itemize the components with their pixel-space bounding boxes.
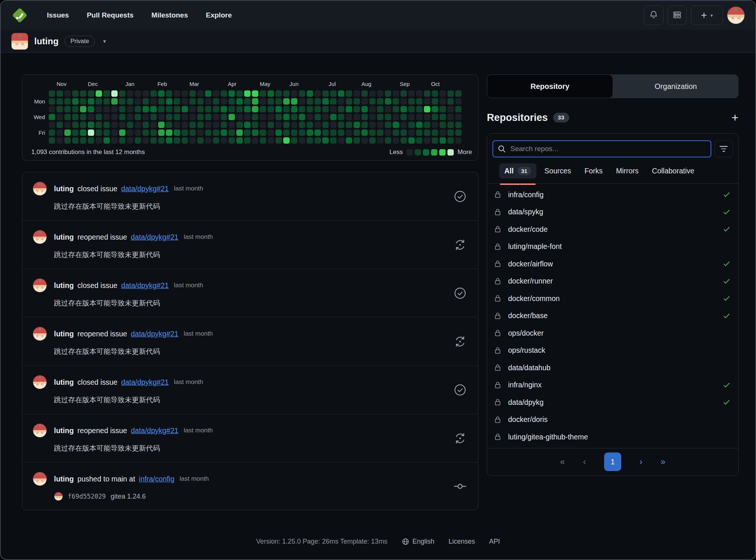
profile-dropdown-caret[interactable]: ▾ (103, 38, 106, 45)
feed-actor-avatar[interactable] (33, 375, 47, 389)
notifications-button[interactable] (644, 6, 663, 25)
heatmap-cell (346, 122, 352, 128)
repo-row[interactable]: docker/airflow (487, 255, 738, 273)
heatmap-cell (432, 106, 438, 112)
feed-actor-avatar[interactable] (33, 278, 47, 292)
pagination-first[interactable]: « (560, 457, 565, 467)
repo-row[interactable]: docker/code (487, 221, 738, 238)
repo-name[interactable]: data/spykg (508, 208, 543, 216)
profile-avatar[interactable] (11, 33, 28, 50)
repo-name[interactable]: docker/common (508, 294, 560, 303)
repo-name[interactable]: docker/airflow (508, 260, 553, 268)
feed-actor[interactable]: luting (54, 233, 74, 241)
feed-actor[interactable]: luting (54, 475, 74, 483)
repo-row[interactable]: docker/base (487, 307, 738, 325)
feed-actor-avatar[interactable] (33, 182, 47, 196)
repo-row[interactable]: data/datahub (487, 359, 738, 377)
repo-row[interactable]: infra/nginx (487, 377, 738, 394)
feed-repo-link[interactable]: data/dpykg#21 (121, 185, 169, 193)
licenses-link[interactable]: Licenses (449, 538, 475, 545)
admin-panel-icon (672, 10, 682, 21)
repo-row[interactable]: luting/maple-font (487, 238, 738, 256)
repo-row[interactable]: luting/gitea-github-theme (487, 428, 738, 446)
filter-tab-mirrors[interactable]: Mirrors (611, 163, 644, 179)
pagination-last[interactable]: » (661, 457, 666, 467)
feed-repo-link[interactable]: data/dpykg#21 (121, 281, 169, 290)
heatmap-cell (103, 98, 110, 105)
repo-row[interactable]: data/spykg (487, 204, 738, 221)
heatmap-cell (64, 90, 71, 97)
repo-name[interactable]: docker/code (508, 225, 548, 234)
heatmap-cell (393, 106, 399, 112)
nav-link-issues[interactable]: Issues (47, 11, 69, 19)
repo-row[interactable]: infra/config (487, 186, 738, 204)
nav-link-explore[interactable]: Explore (206, 11, 232, 19)
repo-name[interactable]: docker/base (508, 311, 548, 320)
search-repos-input[interactable] (492, 140, 711, 157)
repo-name[interactable]: ops/docker (508, 329, 543, 337)
feed-repo-link[interactable]: data/dpykg#21 (131, 233, 178, 241)
nav-link-pull-requests[interactable]: Pull Requests (87, 11, 134, 19)
feed-repo-link[interactable]: infra/config (139, 475, 174, 483)
repo-row[interactable]: ops/docker (487, 324, 738, 342)
feed-repo-link[interactable]: data/dpykg#21 (131, 426, 178, 435)
repo-name[interactable]: luting/gitea-github-theme (508, 433, 588, 441)
feed-repo-link[interactable]: data/dpykg#21 (121, 378, 169, 387)
pagination-next[interactable]: › (639, 457, 642, 467)
repo-row[interactable]: docker/common (487, 290, 738, 307)
admin-panel-button[interactable] (667, 6, 687, 25)
api-link[interactable]: API (489, 538, 500, 545)
heatmap-cell (244, 98, 251, 105)
heatmap-cell (197, 137, 204, 144)
pagination-current[interactable]: 1 (604, 452, 621, 471)
language-link[interactable]: English (402, 538, 434, 545)
tab-organization[interactable]: Organization (613, 74, 739, 98)
nav-link-milestones[interactable]: Milestones (151, 11, 188, 19)
repo-name[interactable]: docker/runner (508, 277, 553, 285)
feed-repo-link[interactable]: data/dpykg#21 (131, 330, 178, 338)
repo-row[interactable]: docker/runner (487, 273, 738, 290)
pagination-prev[interactable]: ‹ (583, 457, 586, 467)
heatmap-cell (252, 90, 258, 97)
filter-tab-sources[interactable]: Sources (539, 163, 577, 179)
repo-row[interactable]: data/dpykg (487, 394, 738, 411)
heatmap-cell (361, 90, 368, 97)
filter-button[interactable] (714, 140, 733, 157)
filter-tab-forks[interactable]: Forks (579, 163, 608, 179)
commit-hash[interactable]: f69d552029 (68, 493, 106, 500)
repo-name[interactable]: docker/doris (508, 415, 548, 424)
legend-swatch (406, 149, 413, 156)
feed-actor[interactable]: luting (54, 281, 74, 290)
filter-tab-all[interactable]: All31 (499, 163, 536, 179)
heatmap-cell (252, 106, 258, 112)
filter-tab-collaborative[interactable]: Collaborative (647, 163, 700, 179)
feed-actor-avatar[interactable] (33, 327, 47, 341)
heatmap-cell (354, 114, 360, 120)
create-new-button[interactable]: + ▾ (691, 6, 723, 25)
feed-actor[interactable]: luting (54, 185, 74, 193)
feed-commit-row: f69d552029gitea 1.24.6 (54, 492, 453, 501)
feed-actor[interactable]: luting (54, 426, 74, 435)
heatmap-cell (72, 90, 79, 97)
user-avatar[interactable] (727, 6, 745, 24)
repo-list: infra/configdata/spykgdocker/codeluting/… (487, 184, 738, 448)
repo-name[interactable]: data/datahub (508, 364, 551, 372)
feed-actor[interactable]: luting (54, 378, 74, 387)
add-repository-button[interactable]: + (731, 112, 739, 124)
repo-name[interactable]: data/dpykg (508, 398, 543, 407)
repo-name[interactable]: infra/nginx (508, 381, 542, 389)
repo-row[interactable]: docker/doris (487, 411, 738, 429)
feed-actor-avatar[interactable] (33, 423, 47, 438)
repo-name[interactable]: infra/config (508, 191, 543, 199)
feed-actor-avatar[interactable] (33, 472, 47, 486)
feed-actor[interactable]: luting (54, 330, 74, 338)
heatmap-cell (447, 129, 454, 136)
tab-repository[interactable]: Repository (487, 74, 613, 98)
gitea-logo-icon[interactable] (11, 7, 28, 24)
repo-name[interactable]: ops/rustack (508, 346, 545, 355)
private-badge: Private (64, 36, 95, 47)
feed-action: pushed to main at (77, 475, 135, 483)
repo-row[interactable]: ops/rustack (487, 342, 738, 359)
feed-actor-avatar[interactable] (33, 230, 47, 244)
repo-name[interactable]: luting/maple-font (508, 242, 562, 251)
